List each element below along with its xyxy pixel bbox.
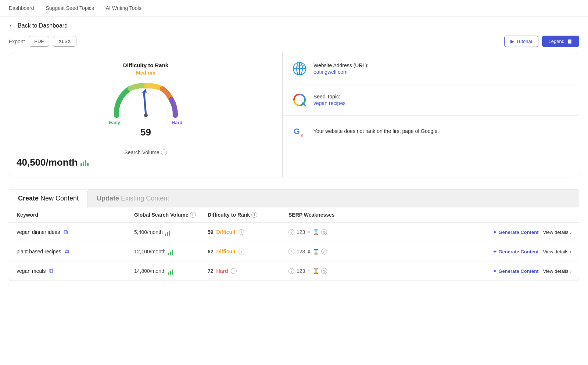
google-note-row: G # Your website does not rank on the fi… <box>283 116 579 147</box>
tutorial-button[interactable]: ▶ Tutorial <box>504 36 538 47</box>
tab-update[interactable]: Update Existing Content <box>88 189 579 207</box>
back-to-dashboard[interactable]: ← Back to Dashboard <box>0 17 588 32</box>
gauge-section: Difficulty to Rank Medium <box>9 53 283 177</box>
actions-cell: ✦ Generate Content View details › <box>493 268 571 274</box>
difficulty-header-info: i <box>251 212 257 218</box>
svg-point-10 <box>297 98 302 102</box>
volume-chart-icon <box>80 159 89 166</box>
volume-cell: 12,100/month <box>134 248 208 255</box>
copy-icon[interactable]: ⧉ <box>49 268 53 274</box>
chevron-right-icon: › <box>570 230 571 235</box>
export-label: Export: <box>9 39 25 44</box>
seed-topic-label: Seed Topic: <box>313 94 345 100</box>
seed-topic-icon <box>291 92 308 108</box>
svg-line-1 <box>144 93 146 115</box>
content-tabs: Create New Content Update Existing Conte… <box>9 189 579 281</box>
google-note-text: Your website does not rank on the first … <box>313 128 439 134</box>
globe-icon: WWW <box>291 61 308 77</box>
nav-dashboard[interactable]: Dashboard <box>9 5 34 11</box>
keyword-table: Keyword Global Search Volume i Difficult… <box>9 207 579 281</box>
search-vol-info-icon: i <box>161 149 167 155</box>
gauge-number: 59 <box>140 127 151 138</box>
keyword-cell: vegan dinner ideas ⧉ <box>17 229 134 235</box>
generate-content-button[interactable]: ✦ Generate Content <box>493 268 538 274</box>
col-serp: SERP Weaknesses <box>288 212 571 218</box>
copy-icon[interactable]: ⧉ <box>65 248 69 255</box>
difficulty-cell: 72 Hard i <box>208 268 288 274</box>
svg-text:WWW: WWW <box>297 64 304 67</box>
volume-cell: 5,400/month <box>134 228 208 236</box>
copy-icon[interactable]: ⧉ <box>64 229 68 235</box>
legend-label: Legend <box>549 39 564 44</box>
view-details-button[interactable]: View details › <box>543 249 571 254</box>
serp-block-icon: ⌛ <box>313 268 319 274</box>
toolbar-actions: ▶ Tutorial Legend 📋 <box>504 36 579 47</box>
nav-ai-writing[interactable]: AI Writing Tools <box>106 5 141 11</box>
difficulty-cell: 62 Difficult i <box>208 249 288 254</box>
generate-content-button[interactable]: ✦ Generate Content <box>493 249 538 254</box>
serp-list-icon: ≡ <box>307 249 310 254</box>
tab-create[interactable]: Create New Content <box>9 189 88 207</box>
svg-marker-2 <box>141 89 147 93</box>
tutorial-label: Tutorial <box>516 39 532 44</box>
sparkle-icon: ✦ <box>493 268 497 274</box>
gauge-level: Medium <box>136 70 155 76</box>
legend-button[interactable]: Legend 📋 <box>542 36 579 47</box>
view-details-button[interactable]: View details › <box>543 230 571 235</box>
vol-chart-icon <box>168 248 173 255</box>
table-header: Keyword Global Search Volume i Difficult… <box>9 207 579 223</box>
xlsx-button[interactable]: XLSX <box>53 36 76 47</box>
gauge-title: Difficulty to Rank <box>123 62 168 68</box>
website-row: WWW Website Address (URL): eatingwell.co… <box>283 53 579 84</box>
toolbar: Export: PDF XLSX ▶ Tutorial Legend 📋 <box>0 32 588 53</box>
back-arrow-icon: ← <box>9 22 15 29</box>
search-volume-label: Search Volume i <box>17 149 275 155</box>
serp-q-icon: ? <box>288 268 294 274</box>
serp-q-icon: ? <box>288 249 294 254</box>
serp-list-icon: ≡ <box>307 229 310 235</box>
seed-topic-row: Seed Topic: vegan recipes <box>283 84 579 116</box>
export-section: Export: PDF XLSX <box>9 36 76 47</box>
keyword-cell: plant based recipes ⧉ <box>17 248 134 255</box>
table-row: plant based recipes ⧉ 12,100/month 62 Di… <box>9 242 579 261</box>
website-url[interactable]: eatingwell.com <box>313 69 369 75</box>
view-details-button[interactable]: View details › <box>543 268 571 274</box>
search-volume-value: 40,500/month <box>17 157 275 168</box>
diff-info-icon: i <box>239 229 244 235</box>
top-nav: Dashboard Suggest Seed Topics AI Writing… <box>0 0 588 17</box>
actions-cell: ✦ Generate Content View details › <box>493 230 571 235</box>
volume-header-info: i <box>190 212 196 218</box>
tabs-header: Create New Content Update Existing Conte… <box>9 189 579 207</box>
back-label: Back to Dashboard <box>18 22 68 29</box>
pdf-button[interactable]: PDF <box>29 36 49 47</box>
play-icon: ▶ <box>510 39 514 44</box>
website-label: Website Address (URL): <box>313 62 369 68</box>
svg-text:#: # <box>301 134 303 138</box>
table-row: vegan meals ⧉ 14,800/month 72 Hard i ? 1… <box>9 261 579 281</box>
vol-chart-icon <box>165 228 170 236</box>
diff-info-icon: i <box>231 268 237 274</box>
difficulty-cell: 59 Difficult i <box>208 229 288 235</box>
generate-content-button[interactable]: ✦ Generate Content <box>493 230 538 235</box>
gauge-visual <box>109 79 183 123</box>
sparkle-icon: ✦ <box>493 230 497 235</box>
search-volume-section: Search Volume i 40,500/month <box>17 144 275 168</box>
diff-info-icon: i <box>239 249 244 254</box>
table-row: vegan dinner ideas ⧉ 5,400/month 59 Diff… <box>9 223 579 242</box>
vol-chart-icon <box>168 267 173 275</box>
serp-time-icon: ⊙ <box>321 229 327 235</box>
actions-cell: ✦ Generate Content View details › <box>493 249 571 254</box>
svg-point-3 <box>144 113 148 117</box>
serp-q-icon: ? <box>288 229 294 235</box>
seed-topic-value[interactable]: vegan recipes <box>313 100 345 106</box>
nav-suggest[interactable]: Suggest Seed Topics <box>46 5 94 11</box>
serp-list-icon: ≡ <box>307 268 310 274</box>
serp-time-icon: ⊙ <box>321 268 327 274</box>
serp-cell: ? 123 ≡ ⌛ ⊙ ✦ Generate Content View deta… <box>288 268 571 274</box>
col-difficulty: Difficulty to Rank i <box>208 212 288 218</box>
svg-text:G: G <box>294 127 300 136</box>
col-keyword: Keyword <box>17 212 134 218</box>
keyword-cell: vegan meals ⧉ <box>17 268 134 274</box>
col-volume: Global Search Volume i <box>134 212 208 218</box>
info-section: WWW Website Address (URL): eatingwell.co… <box>283 53 579 177</box>
